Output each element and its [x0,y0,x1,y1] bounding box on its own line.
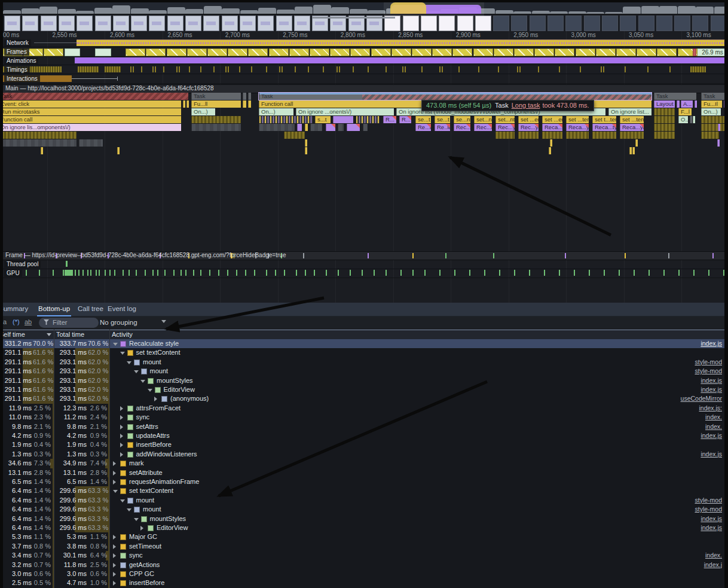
expand-icon[interactable] [113,563,116,568]
flame-event[interactable] [305,124,308,131]
idle-frame-box[interactable] [65,48,80,56]
frame-track-header[interactable]: Frame — https://id-preview--bd53fd9d-728… [3,251,724,260]
flame-event[interactable] [186,100,189,108]
idle-frame-box[interactable] [95,48,111,56]
expand-icon[interactable] [120,434,123,438]
flame-event[interactable] [724,100,724,108]
filmstrip-thumbnail[interactable] [547,16,564,31]
flame-event[interactable] [259,124,295,131]
source-link[interactable]: index. [705,422,722,431]
flame-event-recle[interactable]: Rec...le [474,124,492,131]
source-link[interactable]: index.j [704,560,722,569]
flame-event[interactable] [338,124,344,131]
track-network[interactable]: Network [3,39,724,47]
timing-mark[interactable] [337,66,338,72]
timing-mark[interactable] [251,66,252,72]
chevron-down-icon[interactable] [161,320,166,323]
timing-mark[interactable] [130,66,131,72]
flame-event[interactable] [356,116,380,123]
flame-event[interactable] [305,139,307,147]
timing-mark[interactable] [368,66,369,72]
tab-calltree[interactable]: Call tree [77,303,105,315]
timing-mark[interactable] [213,66,215,72]
flame-event[interactable] [259,116,313,123]
expand-icon[interactable] [113,572,116,577]
flame-event-fl[interactable]: F...l [678,108,692,115]
flame-event-task[interactable]: Task [259,93,651,100]
flame-event[interactable] [518,132,539,139]
frame-box[interactable] [494,48,513,56]
filmstrip-thumbnail[interactable] [149,16,165,31]
filmstrip-thumbnail[interactable] [113,16,129,31]
timing-mark[interactable] [559,66,560,72]
track-timings[interactable]: Timings [3,66,724,74]
regex-icon[interactable]: (*) [13,318,20,325]
flame-event-setnt[interactable]: set...nt [495,116,515,123]
table-row[interactable]: 291.1 ms61.6 %293.1 ms62.0 %mountStylesi… [3,376,724,385]
timing-mark[interactable] [141,66,142,72]
table-row[interactable]: 9.8 ms2.1 %9.8 ms2.1 %setAttrsindex. [3,422,724,431]
flame-event[interactable] [701,132,719,139]
flame-event-setttent[interactable]: set t...tent [592,116,616,123]
tab-summary[interactable]: Summary [3,303,29,315]
flame-event-setent[interactable]: set ...ent [542,116,562,123]
flame-event[interactable] [592,132,616,139]
flame-event[interactable] [248,100,251,108]
flame-event[interactable] [333,116,353,123]
timing-mark[interactable] [669,66,671,72]
expand-icon[interactable] [113,535,116,540]
source-link[interactable]: index.js [701,339,722,348]
table-row[interactable]: 34.6 ms7.3 %34.9 ms7.4 %mark [3,459,724,468]
flame-event-settent[interactable]: set ...tent [566,116,589,123]
source-link[interactable]: index.js [701,431,722,440]
flame-event[interactable] [654,124,675,131]
flame-event[interactable] [305,147,307,154]
track-frames[interactable]: Frames 26.9 ms [3,48,724,57]
column-divider[interactable] [109,330,110,588]
filmstrip-thumbnail[interactable] [203,16,219,31]
flame-event[interactable] [677,100,680,108]
timing-mark[interactable] [603,66,604,72]
flame-event[interactable] [654,132,675,139]
expand-icon[interactable] [113,553,116,558]
table-row[interactable]: 331.2 ms70.0 %333.7 ms70.6 %Recalculate … [3,339,724,348]
collapse-icon[interactable] [120,352,125,355]
table-row[interactable]: 291.1 ms61.6 %293.1 ms62.0 %set textCont… [3,348,724,357]
flame-event-recyle[interactable]: Rec...yle [495,124,515,131]
flame-event-recle[interactable]: Rec...le [454,124,470,131]
flame-event[interactable] [326,124,335,131]
flame-event[interactable] [284,132,305,139]
flame-event[interactable] [695,100,697,108]
flame-event[interactable] [310,124,322,131]
filmstrip-thumbnail[interactable] [222,16,238,31]
main-thread-header[interactable]: Main — http://localhost:3000/projects/bd… [3,84,724,93]
timing-mark[interactable] [402,66,403,72]
flame-event-ree[interactable]: Re...e [415,124,431,131]
table-row[interactable]: 6.4 ms1.4 %299.6 ms63.3 %set textContent [3,486,724,495]
filmstrip-thumbnail[interactable] [530,16,546,31]
table-row[interactable]: 6.4 ms1.4 %299.6 ms63.3 %mountstyle-mod [3,496,724,505]
flame-event-onignoreonents[interactable]: On ignore ...onents\/) [296,108,394,115]
timing-mark[interactable] [458,66,460,72]
timing-mark[interactable] [353,66,354,72]
flame-event[interactable] [79,139,103,147]
flame-event-recayle[interactable]: Reca...yle [542,124,562,131]
flame-event[interactable] [549,147,551,154]
track-interactions[interactable]: Interactions [3,75,724,84]
filmstrip-thumbnail[interactable] [584,16,600,31]
track-animations[interactable]: Animations [3,57,724,65]
frame-box[interactable] [207,48,227,56]
frame-box[interactable] [576,48,595,56]
tooltip-long-task-link[interactable]: Long task [509,102,540,109]
flame-event-settent[interactable]: set ...tent [620,116,644,123]
frame-box[interactable] [44,48,63,56]
frame-box[interactable] [432,48,452,56]
timing-mark[interactable] [239,66,240,72]
filmstrip-thumbnail[interactable] [565,16,582,31]
column-activity[interactable]: Activity [112,331,133,338]
collapse-icon[interactable] [120,499,125,502]
filmstrip-thumbnail[interactable] [511,16,527,31]
flame-event-task[interactable]: Task [701,93,724,100]
flame-event[interactable] [717,139,720,147]
flame-event-recayle[interactable]: Reca...yle [566,124,589,131]
